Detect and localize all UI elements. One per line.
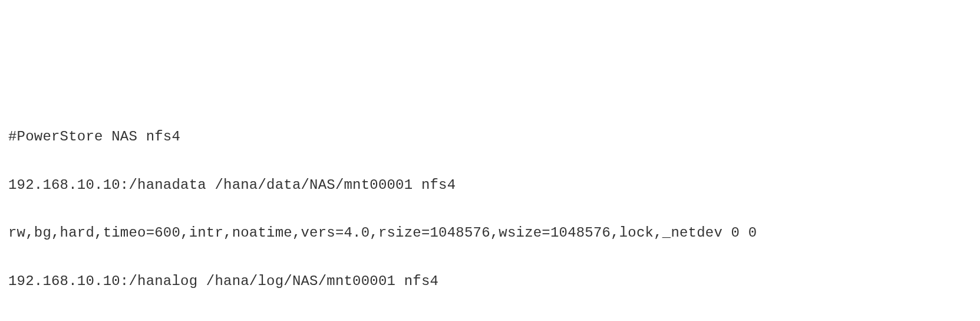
config-line: #PowerStore NAS nfs4: [8, 125, 972, 149]
fstab-config-block: #PowerStore NAS nfs4 192.168.10.10:/hana…: [8, 101, 972, 321]
config-line: rw,bg,hard,timeo=600,intr,noatime,vers=4…: [8, 317, 972, 321]
config-line: 192.168.10.10:/hanadata /hana/data/NAS/m…: [8, 173, 972, 198]
config-line: rw,bg,hard,timeo=600,intr,noatime,vers=4…: [8, 221, 972, 245]
config-line: 192.168.10.10:/hanalog /hana/log/NAS/mnt…: [8, 270, 972, 294]
